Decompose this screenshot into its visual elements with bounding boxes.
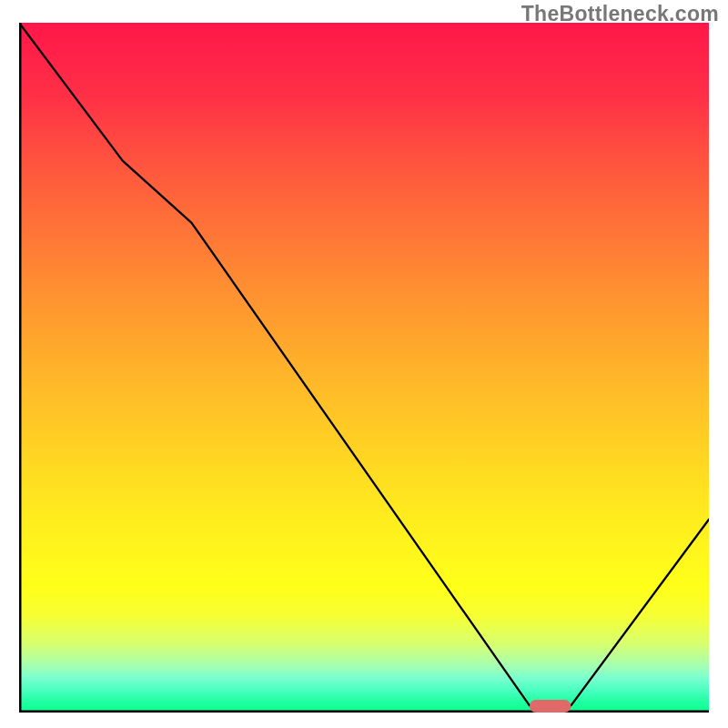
chart-overlay-svg bbox=[19, 23, 709, 713]
chart-axes bbox=[20, 23, 709, 712]
bottleneck-curve bbox=[19, 23, 709, 705]
optimal-range-marker bbox=[530, 700, 571, 713]
chart-plot-area bbox=[19, 23, 709, 713]
